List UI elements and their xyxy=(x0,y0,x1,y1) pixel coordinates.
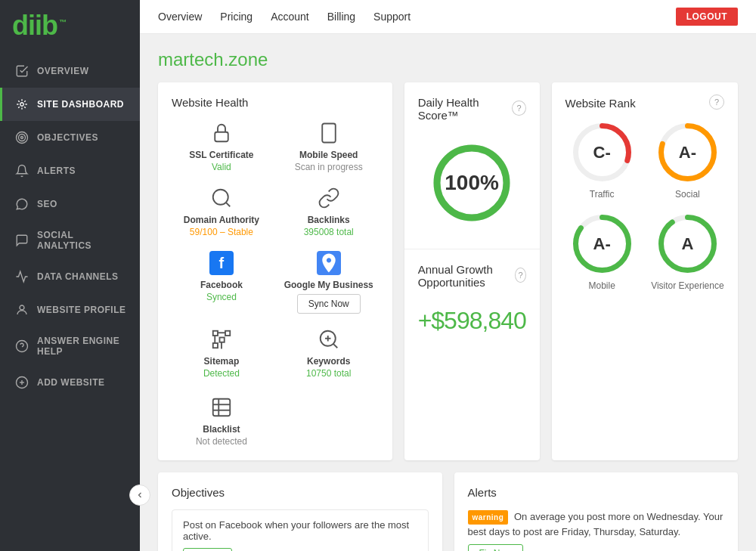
fix-now-button-1[interactable]: Fix Now xyxy=(468,544,523,552)
warning-badge-1: warning xyxy=(468,510,509,525)
annual-growth-help-icon[interactable]: ? xyxy=(515,268,525,283)
alerts-title: Alerts xyxy=(468,486,725,499)
sidebar-item-overview[interactable]: OVERVIEW xyxy=(0,54,140,88)
blacklist-icon xyxy=(208,394,235,421)
sidebar-item-data-channels[interactable]: DATA CHANNELS xyxy=(0,260,140,293)
objectives-icon xyxy=(14,130,29,145)
website-rank-help-icon[interactable]: ? xyxy=(709,94,724,110)
seo-icon xyxy=(14,197,29,212)
svg-point-3 xyxy=(21,137,23,139)
sidebar-label-add-website: ADD WEBSITE xyxy=(37,377,105,388)
alerts-icon xyxy=(14,163,29,178)
website-profile-icon xyxy=(14,302,29,317)
mobile-circle: A- xyxy=(570,212,634,276)
blacklist-label: Blacklist xyxy=(203,424,240,435)
gmb-label: Google My Business xyxy=(284,280,373,290)
health-item-ssl: SSL Certificate Valid xyxy=(172,119,271,172)
visitor-experience-label: Visitor Experience xyxy=(651,280,724,291)
objectives-card: Objectives Post on Facebook when your fo… xyxy=(158,472,442,551)
sidebar-nav: OVERVIEW SITE DASHBOARD OBJECTIVES ALERT… xyxy=(0,54,140,551)
logo-tm: ™ xyxy=(59,18,66,26)
health-item-sitemap: Sitemap Detected xyxy=(172,326,271,379)
logout-button[interactable]: LOGOUT xyxy=(676,8,738,26)
website-health-title: Website Health xyxy=(172,96,379,109)
svg-point-0 xyxy=(20,103,24,107)
sidebar-label-objectives: OBJECTIVES xyxy=(37,132,98,143)
health-item-facebook: f Facebook Synced xyxy=(172,249,271,314)
rank-item-traffic: C- Traffic xyxy=(565,120,639,200)
ssl-icon xyxy=(208,119,235,147)
domain-authority-icon xyxy=(208,184,235,212)
logo-area: diib™ xyxy=(0,0,140,54)
traffic-grade: C- xyxy=(593,143,611,163)
website-health-card: Website Health SSL Certificate Valid xyxy=(158,82,392,460)
sidebar-item-social-analytics[interactable]: SOCIAL ANALYTICS xyxy=(0,221,140,260)
visitor-experience-grade: A xyxy=(681,234,693,254)
begin-button-1[interactable]: Begin xyxy=(183,548,232,551)
facebook-icon: f xyxy=(208,249,235,277)
rank-item-visitor-experience: A Visitor Experience xyxy=(651,212,724,291)
keywords-value: 10750 total xyxy=(306,368,351,379)
facebook-label: Facebook xyxy=(200,280,243,290)
svg-rect-15 xyxy=(213,331,218,336)
data-channels-icon xyxy=(14,269,29,284)
page-title: martech.zone xyxy=(158,49,738,70)
svg-rect-16 xyxy=(225,331,230,336)
topnav-billing[interactable]: Billing xyxy=(327,11,355,23)
top-navigation: Overview Pricing Account Billing Support… xyxy=(140,0,756,34)
sidebar-label-answer-engine: ANSWER ENGINE HELP xyxy=(37,336,128,357)
social-label: Social xyxy=(675,189,700,200)
objective-item-1: Post on Facebook when your followers are… xyxy=(172,509,429,551)
backlinks-value: 395008 total xyxy=(304,227,354,237)
annual-growth-value: +$598,840 xyxy=(418,307,526,334)
traffic-circle: C- xyxy=(570,120,634,184)
sidebar-item-seo[interactable]: SEO xyxy=(0,187,140,221)
health-item-gmb: Google My Business Sync Now xyxy=(279,249,379,314)
sidebar-collapse-button[interactable] xyxy=(129,484,150,506)
mobile-grade: A- xyxy=(593,234,611,254)
sidebar-item-alerts[interactable]: ALERTS xyxy=(0,154,140,187)
mobile-speed-value: Scan in progress xyxy=(295,162,363,172)
rank-item-social: A- Social xyxy=(651,120,724,200)
sidebar-item-answer-engine[interactable]: ANSWER ENGINE HELP xyxy=(0,327,140,366)
sidebar-label-data-channels: DATA CHANNELS xyxy=(37,271,119,282)
topnav-pricing[interactable]: Pricing xyxy=(220,11,253,23)
daily-health-title: Daily Health Score™ xyxy=(418,96,513,122)
svg-point-13 xyxy=(213,190,228,205)
domain-authority-label: Domain Authority xyxy=(184,215,259,225)
backlinks-label: Backlinks xyxy=(308,215,350,225)
health-item-blacklist: Blacklist Not detected xyxy=(172,394,271,447)
sidebar-label-site-dashboard: SITE DASHBOARD xyxy=(37,99,124,110)
sidebar-item-site-dashboard[interactable]: SITE DASHBOARD xyxy=(0,88,140,121)
add-website-icon xyxy=(14,375,29,390)
objective-text-1: Post on Facebook when your followers are… xyxy=(183,519,417,542)
social-circle: A- xyxy=(655,120,720,184)
sitemap-icon xyxy=(208,326,235,353)
topnav-support[interactable]: Support xyxy=(373,11,411,23)
gmb-icon xyxy=(315,249,342,277)
rank-item-mobile: A- Mobile xyxy=(565,212,639,291)
top-cards-row: Website Health SSL Certificate Valid xyxy=(158,82,738,460)
keywords-label: Keywords xyxy=(307,356,350,367)
sidebar-item-add-website[interactable]: ADD WEBSITE xyxy=(0,366,140,399)
svg-line-14 xyxy=(226,203,230,206)
alert-text-1: warning On average you post more on Wedn… xyxy=(468,509,725,540)
rank-grid: C- Traffic A- Social xyxy=(565,120,724,291)
sidebar-item-website-profile[interactable]: WEBSITE PROFILE xyxy=(0,293,140,327)
svg-line-23 xyxy=(333,344,337,348)
backlinks-icon xyxy=(315,184,342,212)
topnav-account[interactable]: Account xyxy=(271,11,309,23)
topnav-overview[interactable]: Overview xyxy=(158,11,202,23)
daily-health-help-icon[interactable]: ? xyxy=(512,101,525,116)
sidebar-label-seo: SEO xyxy=(37,199,57,209)
health-score-value: 100% xyxy=(445,171,499,195)
sidebar-item-objectives[interactable]: OBJECTIVES xyxy=(0,121,140,154)
website-rank-card: Website Rank ? C- Traffic xyxy=(552,82,738,460)
sitemap-label: Sitemap xyxy=(204,356,240,367)
annual-growth-title: Annual Growth Opportunities xyxy=(418,263,516,289)
sync-now-button[interactable]: Sync Now xyxy=(297,294,361,314)
ssl-value: Valid xyxy=(212,162,231,172)
ssl-label: SSL Certificate xyxy=(189,150,253,160)
domain-authority-value: 59/100 – Stable xyxy=(190,227,253,237)
facebook-value: Synced xyxy=(206,292,237,302)
